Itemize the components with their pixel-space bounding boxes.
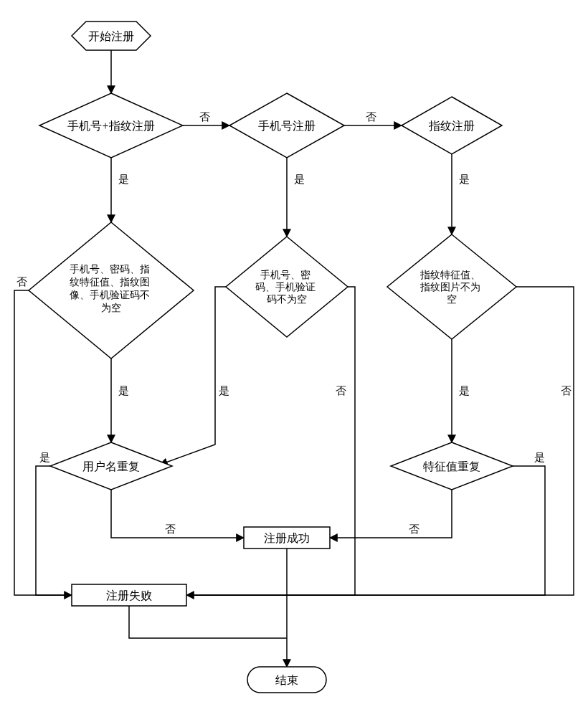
d5-yes-label: 是 xyxy=(219,385,229,397)
d3-yes-label: 是 xyxy=(459,174,470,185)
d5-no-label: 否 xyxy=(336,385,346,397)
d1-no-label: 否 xyxy=(199,111,210,123)
svg-text:特征值重复: 特征值重复 xyxy=(423,460,480,473)
d1-yes-label: 是 xyxy=(118,174,129,185)
decision-validate-phone: 手机号、密 码、手机验证 码不为空 xyxy=(226,237,348,337)
d2-no-label: 否 xyxy=(366,111,376,123)
decision-phone-register: 手机号注册 xyxy=(229,93,344,158)
svg-text:注册成功: 注册成功 xyxy=(264,532,310,544)
svg-text:注册失败: 注册失败 xyxy=(106,589,152,602)
flowchart: 开始注册 手机号+指纹注册 是 否 手机号注册 是 否 指纹注册 是 手机号、密… xyxy=(0,0,588,717)
decision-feature-duplicate: 特征值重复 xyxy=(391,442,513,490)
d8-yes-label: 是 xyxy=(534,452,545,463)
svg-text:指纹注册: 指纹注册 xyxy=(428,120,475,132)
d8-no-label: 否 xyxy=(409,523,419,535)
svg-text:用户名重复: 用户名重复 xyxy=(82,460,140,473)
d2-yes-label: 是 xyxy=(294,174,305,185)
d4-yes-label: 是 xyxy=(118,385,129,397)
svg-text:手机号注册: 手机号注册 xyxy=(258,120,316,132)
success-node: 注册成功 xyxy=(244,527,330,549)
decision-validate-phone-fingerprint: 手机号、密码、指 纹特征值、指纹图 像、手机验证码不 为空 xyxy=(29,222,194,358)
d7-no-label: 否 xyxy=(165,523,176,535)
decision-phone-fingerprint-register: 手机号+指纹注册 xyxy=(39,93,183,158)
d7-yes-label: 是 xyxy=(39,452,50,463)
end-node: 结束 xyxy=(247,667,326,693)
decision-validate-fingerprint: 指纹特征值、 指纹图片不为 空 xyxy=(387,234,516,339)
decision-fingerprint-register: 指纹注册 xyxy=(402,97,502,154)
d6-no-label: 否 xyxy=(561,385,572,397)
svg-text:结束: 结束 xyxy=(275,674,298,686)
svg-text:手机号+指纹注册: 手机号+指纹注册 xyxy=(67,120,154,132)
d4-no-label: 否 xyxy=(16,276,27,288)
d6-yes-label: 是 xyxy=(459,385,470,397)
start-node: 开始注册 xyxy=(72,22,151,50)
decision-username-duplicate: 用户名重复 xyxy=(50,442,172,490)
start-label: 开始注册 xyxy=(88,30,134,42)
fail-node: 注册失败 xyxy=(72,584,186,606)
